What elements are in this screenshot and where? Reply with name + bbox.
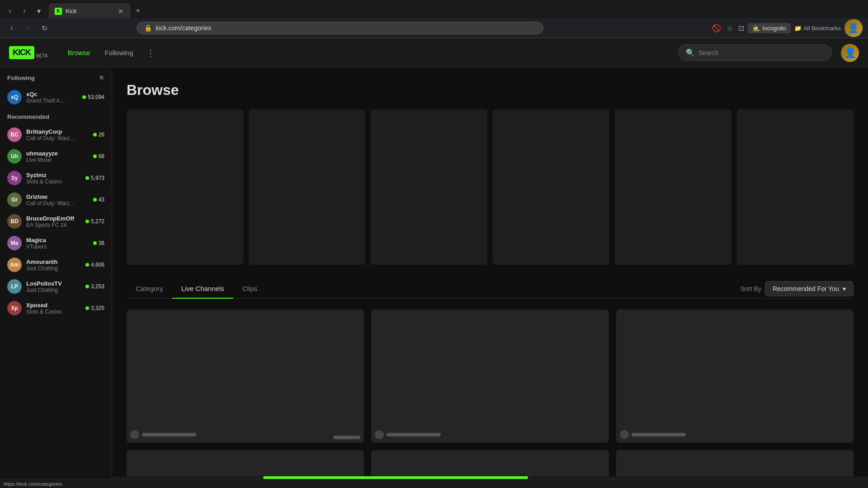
sort-chevron-icon: ▾: [843, 285, 846, 292]
category-thumb-2[interactable]: [249, 109, 365, 265]
channel-info-amouranth: Amouranth Just Chatting: [26, 258, 81, 272]
main-content: Following ≡ xQ xQc Grand Theft A... 53,0…: [0, 67, 868, 488]
forward-btn[interactable]: ›: [22, 22, 34, 34]
search-icon: 🔍: [686, 48, 695, 57]
back-btn[interactable]: ‹: [5, 22, 18, 34]
category-thumb-6[interactable]: [737, 109, 854, 265]
tab-bar: ‹ › ▾ K Kick ✕ +: [0, 0, 868, 18]
sort-dropdown[interactable]: Recommended For You ▾: [765, 281, 854, 296]
sidebar-item-syztmz[interactable]: Sy Syztmz Slots & Casino 5,973: [0, 167, 112, 189]
channel-name-xqc: xQc: [26, 91, 78, 98]
incognito-icon: 🕵: [752, 25, 760, 32]
channel-info-xqc: xQc Grand Theft A...: [26, 91, 78, 104]
viewer-count-grizlow: 43: [93, 197, 104, 203]
nav-following[interactable]: Following: [99, 45, 138, 60]
new-tab-btn[interactable]: +: [132, 5, 144, 18]
logo-box: KICK: [9, 46, 34, 59]
camera-off-icon[interactable]: 🚫: [712, 24, 721, 33]
channel-info-uhmaayyze: uhmaayyze Live Music: [26, 150, 89, 163]
incognito-label: Incognito: [762, 25, 786, 32]
device-icon[interactable]: ⊡: [738, 24, 744, 33]
tabs-left: Category Live Channels Clips: [127, 279, 266, 298]
tab-dropdown-btn[interactable]: ▾: [33, 5, 45, 17]
channel-info-lospollostv: LosPollosTV Just Chatting: [26, 280, 81, 293]
sidebar-item-magica[interactable]: Ma Magica VTubers 38: [0, 232, 112, 254]
tab-favicon: K: [55, 8, 62, 15]
sidebar-item-lospollostvv[interactable]: LP LosPollosTV Just Chatting 3,253: [0, 276, 112, 297]
app-header: KICK BETA Browse Following ⋮ 🔍 Search 👤: [0, 38, 868, 67]
sidebar: Following ≡ xQ xQc Grand Theft A... 53,0…: [0, 67, 112, 488]
live-dot-xqc: [82, 95, 86, 99]
channel-avatar-xposed: Xp: [7, 301, 22, 315]
stream-thumbnail-3: [616, 310, 854, 443]
sidebar-item-amouranth[interactable]: Am Amouranth Just Chatting 4,606: [0, 254, 112, 276]
bookmarks-folder-icon: 📁: [794, 25, 802, 32]
nav-browse[interactable]: Browse: [62, 45, 95, 60]
channel-info-xposed: Xposed Slots & Casino: [26, 302, 81, 315]
search-placeholder: Search: [698, 49, 718, 56]
tab-left-controls: ‹ › ▾: [4, 5, 45, 17]
sidebar-item-brittanycorp[interactable]: BC BrittanyCorp Call of Duty: Warz... 26: [0, 124, 112, 145]
stream-card-1[interactable]: [127, 310, 364, 443]
address-bar-icons: 🚫 ☆ ⊡: [712, 24, 744, 33]
sidebar-item-uhmaayyze[interactable]: Uh uhmaayyze Live Music 68: [0, 145, 112, 167]
user-avatar-browser[interactable]: 👤: [844, 19, 863, 37]
stream-card-3[interactable]: [616, 310, 854, 443]
reload-btn[interactable]: ↻: [38, 22, 51, 34]
channel-avatar-uhmaayyze: Uh: [7, 149, 22, 164]
browser-tab[interactable]: K Kick ✕: [49, 4, 130, 18]
url-text: kick.com/categories: [156, 24, 211, 32]
category-thumb-3[interactable]: [371, 109, 487, 265]
stream-card-2[interactable]: [371, 310, 609, 443]
tab-category[interactable]: Category: [127, 279, 172, 299]
viewer-count-xqc: 53,094: [82, 94, 104, 100]
channel-avatar-syztmz: Sy: [7, 171, 22, 185]
category-thumb-5[interactable]: [615, 109, 731, 265]
viewer-count-lospollostv: 3,253: [85, 283, 104, 290]
sidebar-collapse-btn[interactable]: ≡: [99, 73, 104, 83]
viewer-count-xposed: 3,325: [85, 305, 104, 311]
page-content: Browse Category Live Channels Clips Sort…: [112, 67, 868, 488]
logo-beta: BETA: [36, 53, 47, 58]
channel-avatar-brittanycorp: BC: [7, 127, 22, 142]
channel-avatar-brucedropemoff: BD: [7, 214, 22, 229]
browser-chrome: ‹ › ▾ K Kick ✕ + ‹ › ↻ 🔒 kick.com/catego…: [0, 0, 868, 38]
tab-back-btn[interactable]: ‹: [4, 5, 16, 17]
channel-info-syztmz: Syztmz Slots & Casino: [26, 172, 81, 185]
sidebar-item-xposed[interactable]: Xp Xposed Slots & Casino 3,325: [0, 297, 112, 319]
following-section-title: Following: [7, 75, 35, 81]
sidebar-item-brucedropemoff[interactable]: BD BruceDropEmOff EA Sports FC 24 5,272: [0, 211, 112, 232]
user-avatar-header[interactable]: 👤: [841, 44, 859, 62]
bookmark-star-icon[interactable]: ☆: [726, 24, 733, 33]
sort-label: Sort By: [741, 285, 761, 292]
header-search: 🔍 Search: [678, 44, 832, 61]
category-thumb-1[interactable]: [127, 109, 243, 265]
bookmarks-btn[interactable]: 📁 All Bookmarks: [794, 25, 841, 32]
nav-more-btn[interactable]: ⋮: [142, 46, 159, 60]
channel-info-brucedropemoff: BruceDropEmOff EA Sports FC 24: [26, 215, 81, 228]
incognito-btn[interactable]: 🕵 Incognito: [748, 23, 791, 33]
viewer-count-syztmz: 5,973: [85, 175, 104, 181]
recommended-section-title: Recommended: [7, 113, 49, 120]
address-bar-row: ‹ › ↻ 🔒 kick.com/categories 🚫 ☆ ⊡ 🕵 Inco…: [0, 18, 868, 38]
channel-avatar-grizlow: Gr: [7, 192, 22, 207]
sidebar-item-xqc[interactable]: xQ xQc Grand Theft A... 53,094: [0, 86, 112, 108]
stream-thumbnail-1: [127, 310, 364, 443]
channel-info-brittanycorp: BrittanyCorp Call of Duty: Warz...: [26, 128, 89, 141]
search-box[interactable]: 🔍 Search: [678, 44, 832, 61]
address-bar[interactable]: 🔒 kick.com/categories: [137, 22, 543, 34]
viewer-count-magica: 38: [93, 240, 104, 246]
tab-clips[interactable]: Clips: [233, 279, 266, 299]
app-container: KICK BETA Browse Following ⋮ 🔍 Search 👤 …: [0, 38, 868, 488]
logo[interactable]: KICK BETA: [9, 46, 47, 59]
sidebar-item-grizlow[interactable]: Gr Grizlow Call of Duty: Warz... 43: [0, 189, 112, 211]
tab-close-btn[interactable]: ✕: [117, 8, 124, 15]
following-section-header: Following ≡: [0, 67, 112, 86]
stream-grid: [127, 310, 854, 488]
channel-avatar-xqc: xQ: [7, 90, 22, 104]
category-thumb-4[interactable]: [493, 109, 609, 265]
tab-forward-btn[interactable]: ›: [18, 5, 31, 17]
channel-info-grizlow: Grizlow Call of Duty: Warz...: [26, 193, 89, 206]
viewer-count-uhmaayyze: 68: [93, 153, 104, 160]
tab-live-channels[interactable]: Live Channels: [172, 279, 233, 299]
